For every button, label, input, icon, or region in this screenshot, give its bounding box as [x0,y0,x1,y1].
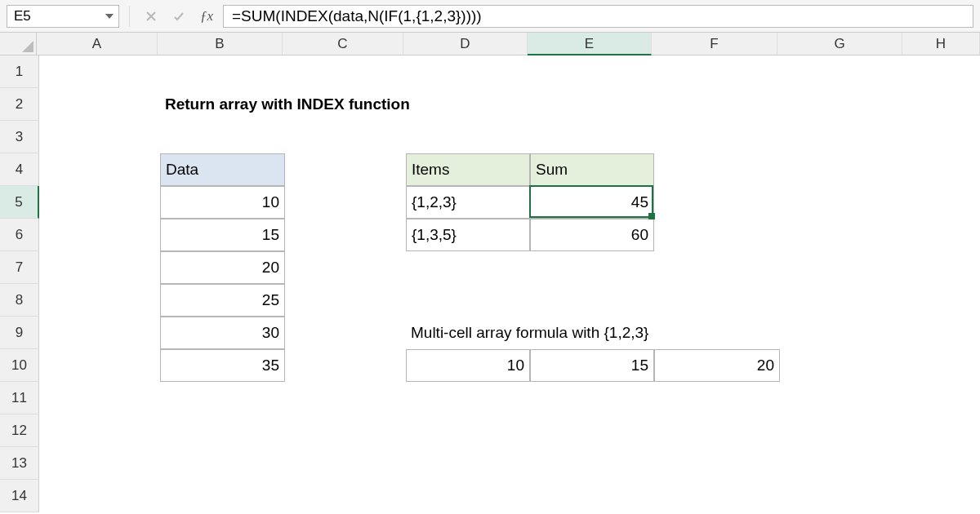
sum-cell[interactable]: 60 [530,219,654,251]
multi-val-cell[interactable]: 10 [406,349,530,382]
fx-icon[interactable]: ƒx [195,8,218,24]
row-header-8[interactable]: 8 [0,284,39,317]
data-cell[interactable]: 25 [160,284,285,317]
row-header-2[interactable]: 2 [0,88,39,121]
items-cell[interactable]: {1,3,5} [406,219,530,251]
dropdown-icon[interactable] [105,14,114,19]
col-header-C[interactable]: C [283,33,403,55]
formula-bar: E5 ƒx =SUM(INDEX(data,N(IF(1,{1,2,3})))) [0,0,980,33]
enter-icon [167,6,190,27]
header-data[interactable]: Data [160,153,285,186]
column-headers: ABCDEFGH [37,33,980,55]
multi-val-cell[interactable]: 15 [530,349,654,382]
name-box-value: E5 [14,8,31,24]
data-cell[interactable]: 20 [160,251,285,284]
items-cell[interactable]: {1,2,3} [406,186,530,219]
title-cell[interactable]: Return array with INDEX function [160,88,530,121]
data-cell[interactable]: 10 [160,186,285,219]
col-header-B[interactable]: B [158,33,283,55]
col-header-H[interactable]: H [902,33,980,55]
spreadsheet-grid: ABCDEFGH 1234567891011121314 Return arra… [0,33,980,514]
row-headers: 1234567891011121314 [0,55,39,514]
header-items[interactable]: Items [406,153,530,186]
data-cell[interactable]: 35 [160,349,285,382]
row-header-6[interactable]: 6 [0,219,39,251]
formula-text: =SUM(INDEX(data,N(IF(1,{1,2,3})))) [232,7,482,25]
cancel-icon [140,6,163,27]
row-header-12[interactable]: 12 [0,414,39,447]
separator [129,6,130,27]
cells-area[interactable]: Return array with INDEX functionDataItem… [39,55,980,514]
col-header-F[interactable]: F [652,33,777,55]
row-header-3[interactable]: 3 [0,121,39,153]
row-header-7[interactable]: 7 [0,251,39,284]
data-cell[interactable]: 30 [160,317,285,349]
row-header-9[interactable]: 9 [0,317,39,349]
name-box[interactable]: E5 [7,5,119,28]
row-header-13[interactable]: 13 [0,447,39,480]
row-header-10[interactable]: 10 [0,349,39,382]
row-header-14[interactable]: 14 [0,480,39,512]
row-header-4[interactable]: 4 [0,153,39,186]
header-sum[interactable]: Sum [530,153,654,186]
row-header-11[interactable]: 11 [0,382,39,414]
formula-input[interactable]: =SUM(INDEX(data,N(IF(1,{1,2,3})))) [223,5,973,28]
row-header-5[interactable]: 5 [0,186,39,219]
multi-val-cell[interactable]: 20 [654,349,780,382]
col-header-E[interactable]: E [528,33,652,55]
col-header-A[interactable]: A [37,33,158,55]
sum-cell[interactable]: 45 [530,186,654,219]
multi-label[interactable]: Multi-cell array formula with {1,2,3} [406,317,780,349]
row-header-1[interactable]: 1 [0,55,39,88]
col-header-G[interactable]: G [777,33,902,55]
select-all-corner[interactable] [0,33,37,55]
col-header-D[interactable]: D [403,33,528,55]
data-cell[interactable]: 15 [160,219,285,251]
